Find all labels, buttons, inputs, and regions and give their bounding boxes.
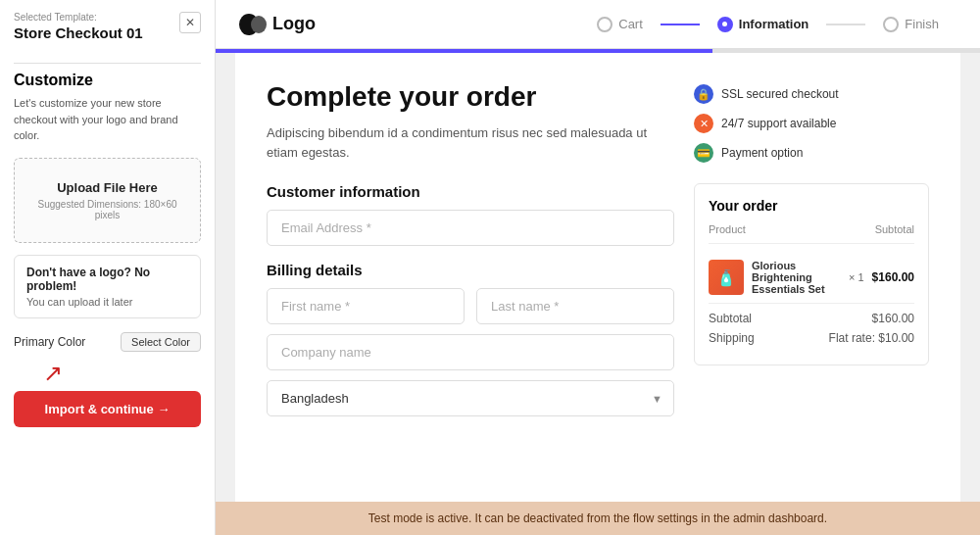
select-color-button[interactable]: Select Color	[121, 332, 201, 352]
no-logo-subtitle: You can upload it later	[26, 296, 188, 308]
billing-title: Billing details	[267, 262, 674, 278]
order-panel: Your order Product Subtotal 🧴 Glorious B…	[694, 183, 929, 365]
nav-steps: Cart Information Finish	[579, 17, 956, 32]
subtotal-value: $160.00	[872, 312, 914, 325]
company-input[interactable]	[267, 334, 674, 370]
trust-badge-payment: 💳 Payment option	[694, 143, 929, 163]
banner-text: Test mode is active. It can be deactivat…	[368, 511, 827, 525]
nav-step-information-label: Information	[739, 17, 809, 31]
logo-icon	[239, 14, 267, 35]
checkout-card: Complete your order Adipiscing bibendum …	[235, 53, 960, 502]
sidebar: Selected Template: Store Checkout 01 ✕ C…	[0, 0, 216, 535]
trust-badges: 🔒 SSL secured checkout ✕ 24/7 support av…	[694, 80, 929, 163]
email-group	[267, 210, 674, 246]
selected-template-label: Selected Template:	[14, 12, 143, 23]
nav-step-line-1	[661, 24, 700, 25]
product-name: Glorious Brightening Essentials Set	[752, 260, 841, 295]
checkout-description: Adipiscing bibendum id a condimentum ris…	[267, 123, 664, 165]
divider	[14, 63, 201, 64]
primary-color-row: Primary Color Select Color	[14, 332, 201, 352]
name-row	[267, 288, 674, 324]
bottom-banner: Test mode is active. It can be deactivat…	[216, 502, 980, 535]
order-shipping-row: Shipping Flat rate: $10.00	[709, 331, 914, 345]
payment-label: Payment option	[721, 146, 803, 160]
nav-step-finish-label: Finish	[905, 17, 939, 31]
no-logo-title: Don't have a logo? No problem!	[26, 266, 188, 293]
checkout-area: Complete your order Adipiscing bibendum …	[216, 53, 980, 502]
trust-badge-ssl: 🔒 SSL secured checkout	[694, 84, 929, 104]
close-button[interactable]: ✕	[179, 12, 201, 33]
customize-title: Customize	[14, 72, 201, 89]
upload-box-subtitle: Suggested Dimensions: 180×60 pixels	[24, 199, 190, 220]
ssl-icon: 🔒	[694, 84, 713, 104]
shipping-label: Shipping	[709, 331, 755, 345]
company-group	[267, 334, 674, 370]
order-title: Your order	[709, 198, 914, 214]
sidebar-header: Selected Template: Store Checkout 01 ✕	[14, 12, 201, 41]
country-select-wrapper: Bangladesh United States United Kingdom …	[267, 380, 674, 416]
product-price: $160.00	[872, 270, 914, 284]
first-name-input[interactable]	[267, 288, 465, 324]
customer-info-section: Customer information	[267, 183, 674, 246]
billing-section: Billing details Ba	[267, 262, 674, 416]
checkout-form-column: Customer information Billing details	[267, 183, 674, 426]
country-select[interactable]: Bangladesh United States United Kingdom	[267, 380, 674, 416]
trust-badge-support: ✕ 24/7 support available	[694, 114, 929, 133]
order-subtotal-row: Subtotal $160.00	[709, 312, 914, 325]
shipping-value: Flat rate: $10.00	[829, 331, 914, 345]
email-input[interactable]	[267, 210, 674, 246]
primary-color-label: Primary Color	[14, 335, 85, 349]
top-nav: Logo Cart Information Finish	[216, 0, 980, 49]
order-col-subtotal: Subtotal	[875, 223, 914, 235]
checkout-top: Complete your order Adipiscing bibendum …	[267, 80, 929, 164]
import-continue-button[interactable]: Import & continue →	[14, 391, 201, 427]
order-column: Your order Product Subtotal 🧴 Glorious B…	[694, 183, 929, 426]
nav-step-cart: Cart	[579, 17, 661, 32]
nav-step-finish-circle	[883, 17, 899, 32]
upload-box[interactable]: Upload File Here Suggested Dimensions: 1…	[14, 158, 201, 243]
template-name: Store Checkout 01	[14, 24, 143, 41]
support-icon: ✕	[694, 114, 713, 133]
last-name-input[interactable]	[476, 288, 674, 324]
logo-area: Logo	[239, 14, 316, 35]
logo-text: Logo	[272, 14, 316, 34]
checkout-title: Complete your order	[267, 80, 664, 114]
order-item: 🧴 Glorious Brightening Essentials Set × …	[709, 252, 914, 304]
upload-box-title: Upload File Here	[24, 180, 190, 195]
nav-step-cart-label: Cart	[618, 17, 643, 31]
product-image: 🧴	[709, 260, 744, 295]
order-col-product: Product	[709, 223, 746, 235]
ssl-label: SSL secured checkout	[721, 87, 839, 101]
product-qty: × 1	[849, 271, 864, 283]
main-content: Logo Cart Information Finish	[216, 0, 980, 535]
template-info: Selected Template: Store Checkout 01	[14, 12, 143, 41]
checkout-columns: Customer information Billing details	[267, 183, 929, 426]
nav-step-information: Information	[700, 17, 827, 32]
nav-step-line-2	[826, 24, 865, 25]
country-group: Bangladesh United States United Kingdom …	[267, 380, 674, 416]
subtotal-label: Subtotal	[709, 312, 752, 325]
order-totals: Subtotal $160.00 Shipping Flat rate: $10…	[709, 304, 914, 345]
nav-step-finish: Finish	[865, 17, 956, 32]
nav-step-cart-circle	[597, 17, 612, 32]
arrow-indicator: ↗	[14, 360, 201, 387]
nav-step-information-circle	[717, 17, 733, 32]
no-logo-box: Don't have a logo? No problem! You can u…	[14, 255, 201, 318]
order-header-row: Product Subtotal	[709, 223, 914, 244]
svg-point-1	[251, 16, 267, 33]
payment-icon: 💳	[694, 143, 713, 163]
customer-section-title: Customer information	[267, 183, 674, 200]
checkout-left: Complete your order Adipiscing bibendum …	[267, 80, 664, 164]
customize-description: Let's customize your new store checkout …	[14, 95, 201, 144]
checkout-right: 🔒 SSL secured checkout ✕ 24/7 support av…	[694, 80, 929, 164]
support-label: 24/7 support available	[721, 117, 836, 130]
